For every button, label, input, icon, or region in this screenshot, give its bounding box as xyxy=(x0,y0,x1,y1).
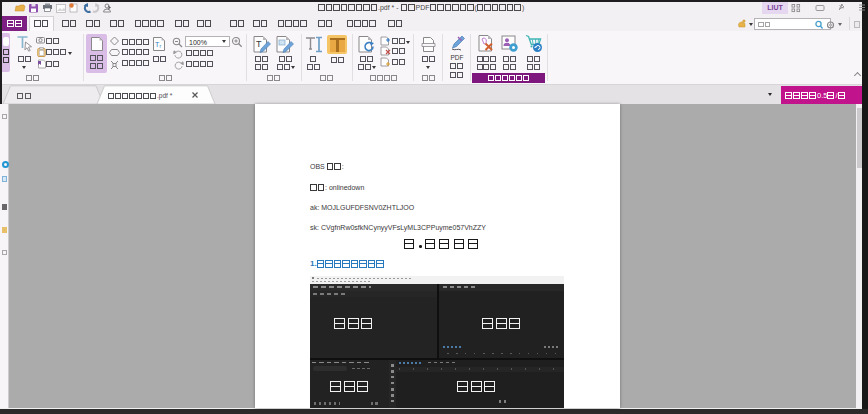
svg-text:T: T xyxy=(256,39,262,49)
